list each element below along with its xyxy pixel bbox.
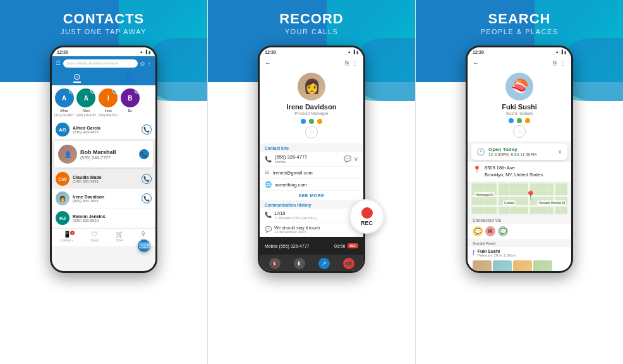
info-row-web[interactable]: 🌐 something.com — [260, 179, 363, 190]
transfer-button[interactable]: ↗ — [318, 258, 330, 269]
connected-whatsapp-icon[interactable]: 💬 — [498, 226, 508, 236]
expand-icon[interactable]: ∨ — [354, 155, 358, 162]
more-icon-2[interactable]: ⋮ — [352, 59, 358, 66]
list-item-ramon[interactable]: RJ Ramon Jenkins (235) 525-8520 ⌨ — [52, 209, 155, 228]
contact-hero: 👩 Irene Davidson Product Manager ☆ — [260, 70, 363, 143]
status-bar-3: 12:30 ▲ ▐ ▮ — [468, 47, 571, 56]
fav-item-allen[interactable]: A i Allen (930) 979-3135 — [76, 88, 96, 117]
battery-icon-3: ▮ — [564, 50, 566, 54]
wifi-icon-3: ▲ — [555, 50, 559, 54]
more-icon[interactable]: ⋮ — [147, 61, 152, 66]
connected-email-icon[interactable]: ✉ — [485, 226, 495, 236]
time-3: 12:30 — [473, 50, 484, 54]
fav-avatar-allen: A i — [76, 88, 95, 107]
info-row-email[interactable]: ✉ irened@gmail.com — [260, 167, 363, 178]
nav-callapp[interactable]: 📱 CallApp+ 2 — [61, 231, 73, 244]
back-button-3[interactable]: ← — [473, 59, 479, 66]
see-more-button[interactable]: SEE MORE — [260, 191, 363, 200]
info-bob-marshall: Bob Marshall (555) 246-7777 — [80, 149, 136, 160]
facebook-icon: f — [473, 250, 475, 257]
star-button-3[interactable]: ☆ — [513, 125, 526, 138]
star-button[interactable]: ☆ — [305, 126, 318, 138]
contact-title-2: Product Manager — [294, 111, 329, 116]
social-feed-item[interactable]: f Fuki Sushi February 28 at 1:59pm — [468, 247, 571, 259]
comm-call-content: 17/10 ✓ 6534671728 (1m.52s.) — [274, 211, 358, 220]
more-icon-3[interactable]: ⋮ — [560, 59, 566, 66]
list-item-claudia[interactable]: CW Claudia Wade (149) 365-3391 📞 — [52, 169, 155, 188]
social-feed-title: Social Feed — [468, 239, 571, 247]
email-icon: ✉ — [265, 169, 270, 176]
info-row-phone[interactable]: 📞 (555) 326-4777 Mobile 💬 ∨ — [260, 152, 363, 166]
rec-overlay-button[interactable]: REC — [349, 199, 384, 234]
mute-button[interactable]: 🔇 — [269, 258, 281, 269]
comm-item-call[interactable]: 📞 17/10 ✓ 6534671728 (1m.52s.) — [260, 209, 363, 222]
info-phone-number: (555) 326-4777 — [275, 154, 341, 160]
tab-bar-1: ⊙ 👤 — [52, 70, 155, 85]
dot-orange — [317, 119, 322, 124]
fav-item-bo[interactable]: B i Bo — [121, 88, 140, 117]
comm-history-title: Communication History — [260, 200, 363, 209]
p3-header: ← ⎘ ⋮ — [468, 56, 571, 70]
menu-icon[interactable]: ☰ — [56, 60, 61, 66]
contacts-list: AG Alfred Garcia (235)-333-4877 📞 👤 Bob … — [52, 120, 155, 228]
info-web-content: something.com — [275, 182, 358, 188]
fav-avatar-irene: I i — [99, 88, 118, 107]
wifi-icon: ▲ — [140, 50, 143, 54]
tab-contacts[interactable]: 👤 — [123, 71, 134, 83]
social-img-4 — [533, 260, 552, 271]
nav-spam[interactable]: 🛡 Spam — [90, 231, 99, 244]
connected-icons-row: 💬 ✉ 💬 — [468, 224, 571, 239]
pause-button[interactable]: ⏸ — [294, 258, 305, 269]
tab-recents[interactable]: ⊙ — [73, 71, 81, 83]
comm-call-main: 17/10 — [274, 211, 358, 215]
copy-icon-3[interactable]: ⎘ — [553, 59, 557, 66]
p2-header: ← ⎘ ⋮ — [260, 56, 363, 70]
map-label-2: Gabriel — [503, 200, 516, 205]
search-title: SEARCH — [480, 11, 558, 27]
contact-hero-3: 🍣 Fuki Sushi Sushi, Salads ☆ — [468, 70, 571, 142]
info-dot-alfred: i — [69, 88, 74, 94]
search-subtitle: PEOPLE & PLACES — [480, 28, 558, 35]
connected-sms-icon[interactable]: 💬 — [473, 226, 483, 236]
end-call-button[interactable]: 📵 — [343, 258, 354, 269]
list-item-bob-marshall[interactable]: 👤 Bob Marshall (555) 246-7777 📞 — [54, 141, 153, 167]
list-item-alfred-garcia[interactable]: AG Alfred Garcia (235)-333-4877 📞 — [52, 120, 155, 139]
avatar-alfred-garcia: AG — [56, 123, 70, 136]
map-view[interactable]: 📍 Horkange St Gabriel Yonatan Harofsi St — [471, 183, 567, 214]
contacts-phone: 12:30 ▲ ▐ ▮ ☰ Search Names, Numbers and … — [50, 46, 157, 273]
list-item-irene-d[interactable]: 👩 Irene Davidson (920) 904-7691 📞 — [52, 189, 155, 208]
expand-hours-icon[interactable]: ∨ — [558, 149, 562, 155]
fav-avatar-alfred: A i — [55, 88, 74, 107]
comm-call-detail: ✓ 6534671728 (1m.52s.) — [274, 215, 358, 220]
phone-frame-1: 12:30 ▲ ▐ ▮ ☰ Search Names, Numbers and … — [50, 46, 157, 273]
store-icon: 🛒 — [116, 231, 123, 238]
comm-sms-icon: 💬 — [265, 226, 272, 233]
callapp-icon: 📱 — [63, 231, 71, 238]
back-button[interactable]: ← — [265, 59, 271, 66]
fav-num-irene: (203)-404-7611 — [99, 114, 118, 117]
search-bar[interactable]: Search Names, Numbers and Places — [63, 59, 138, 68]
map-label-1: Horkange St — [475, 192, 495, 197]
fav-item-alfred[interactable]: A i Alfred (312)-332-4677 — [54, 88, 74, 117]
open-hours: 12-3:30PM, 6:30-11:30PM — [488, 152, 555, 157]
dot-green-3 — [517, 118, 522, 123]
call-btn-bob-marshall[interactable]: 📞 — [139, 149, 149, 159]
num-alfred-garcia: (235)-333-4877 — [73, 130, 138, 134]
name-irene-d: Irene Davidson — [73, 195, 138, 199]
nav-store[interactable]: 🛒 Store — [116, 231, 123, 244]
fav-item-irene[interactable]: I i Irene (203)-404-7611 — [99, 88, 118, 117]
scan-icon[interactable]: ◎ — [140, 61, 145, 66]
contact-name-3: Fuki Sushi — [502, 103, 537, 111]
call-btn-alfred-garcia[interactable]: 📞 — [142, 124, 152, 135]
map-pin: 📍 — [525, 190, 536, 200]
copy-icon[interactable]: ⎘ — [345, 59, 349, 66]
sms-icon[interactable]: 💬 — [344, 155, 351, 162]
time-2: 12:30 — [265, 50, 276, 54]
info-email-content: irened@gmail.com — [273, 170, 358, 176]
contacts-subtitle: JUST ONE TAP AWAY — [61, 28, 147, 35]
road-v3 — [553, 183, 555, 214]
call-btn-claudia[interactable]: 📞 — [142, 174, 152, 184]
call-time: 00:56 — [334, 244, 346, 248]
call-btn-irene-d[interactable]: 📞 — [142, 193, 152, 203]
comm-item-sms[interactable]: 💬 We should stay it touch 13 November 20… — [260, 223, 363, 236]
